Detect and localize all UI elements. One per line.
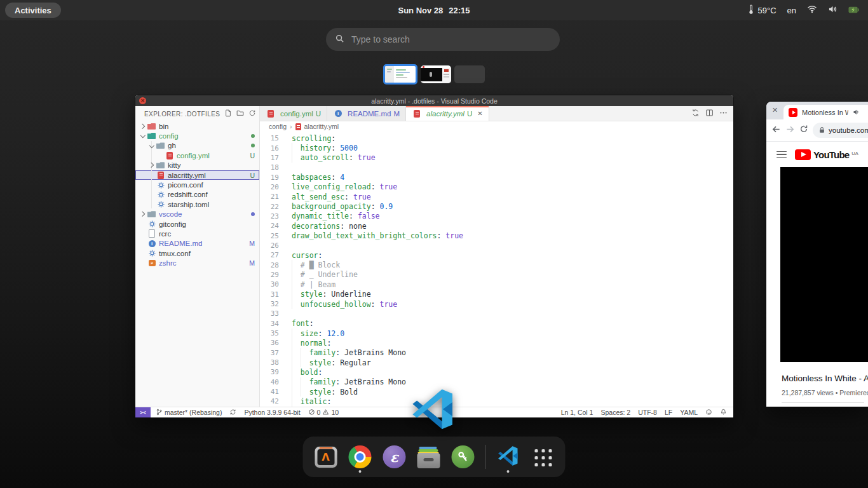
tab-close-icon[interactable]: ✕ <box>772 106 778 114</box>
video-player[interactable] <box>780 167 868 362</box>
dock-item-emacs[interactable]: ε <box>381 439 408 475</box>
open-changes-icon[interactable] <box>691 108 700 119</box>
refresh-icon[interactable] <box>248 108 256 119</box>
back-icon[interactable] <box>771 125 781 137</box>
code-text: auto_scroll: true <box>287 153 376 163</box>
new-folder-icon[interactable] <box>236 108 244 119</box>
tree-item-config.yml[interactable]: config.ymlU <box>135 151 259 160</box>
tree-item-picom.conf[interactable]: picom.conf <box>135 180 259 189</box>
remote-indicator[interactable]: >< <box>135 407 151 417</box>
tree-item-tmux.conf[interactable]: tmux.conf <box>135 248 259 258</box>
volume-icon[interactable] <box>828 5 837 15</box>
feedback-icon[interactable] <box>705 409 712 417</box>
youtube-logo[interactable]: YouTube UA <box>795 149 858 160</box>
workspace-thumbnail-vscode[interactable] <box>383 64 417 85</box>
window-close-button[interactable]: ✕ <box>139 97 146 104</box>
token: : <box>371 300 380 309</box>
line-number: 33 <box>260 309 279 318</box>
vscode-app-icon-overlay[interactable] <box>412 388 455 431</box>
language-mode[interactable]: YAML <box>680 409 698 416</box>
activities-button[interactable]: Activities <box>5 3 61 18</box>
breadcrumb-file[interactable]: alacritty.yml <box>304 123 339 130</box>
clock-time: 22:15 <box>449 6 470 15</box>
encoding[interactable]: UTF-8 <box>638 409 657 416</box>
chrome-active-tab[interactable]: Motionless In White - <box>783 105 868 119</box>
tree-item-label: config <box>159 132 179 140</box>
code-text: draw_bold_text_with_bright_colors: true <box>287 231 463 240</box>
forward-icon[interactable] <box>785 125 795 137</box>
split-editor-icon[interactable] <box>705 108 714 119</box>
cursor-position[interactable]: Ln 1, Col 1 <box>561 409 593 416</box>
dock-item-passwords[interactable] <box>450 439 477 475</box>
tab-close-icon[interactable]: ✕ <box>477 110 482 117</box>
token: family <box>309 348 336 357</box>
overview-search[interactable] <box>326 28 560 51</box>
line-number: 15 <box>260 134 279 142</box>
clock[interactable]: Sun Nov 28 22:15 <box>398 0 470 20</box>
tree-item-README.md[interactable]: iREADME.mdM <box>135 239 259 248</box>
vscode-titlebar[interactable]: ✕ alacritty.yml - .dotfiles - Visual Stu… <box>135 95 733 106</box>
tree-item-gh[interactable]: gh <box>135 141 259 151</box>
keyboard-layout[interactable]: en <box>787 6 796 15</box>
dock-item-vscode[interactable] <box>495 439 522 475</box>
hamburger-menu-icon[interactable] <box>776 151 787 158</box>
breadcrumb[interactable]: config › alacritty.yml <box>260 121 733 132</box>
system-tray[interactable]: 59°C en <box>748 0 859 20</box>
python-interpreter[interactable]: Python 3.9.9 64-bit <box>244 409 300 416</box>
line-number: 25 <box>260 232 279 240</box>
tree-item-starship.toml[interactable]: starship.toml <box>135 200 259 209</box>
tab-alacritty.yml[interactable]: alacritty.ymlU✕ <box>406 106 489 121</box>
git-badge <box>251 144 255 147</box>
token: : <box>349 212 358 220</box>
tree-item-bin[interactable]: bin <box>135 121 259 131</box>
tree-item-kitty[interactable]: kitty <box>135 161 259 170</box>
dock-item-app-grid[interactable] <box>529 439 556 475</box>
notifications-bell-icon[interactable] <box>720 409 727 417</box>
token: # █ Block <box>301 261 340 269</box>
code-line: 16history: 5000 <box>260 143 733 152</box>
indent-guide <box>292 387 309 396</box>
token: Bold <box>340 388 358 396</box>
new-file-icon[interactable] <box>224 108 232 119</box>
tree-item-redshift.conf[interactable]: redshift.conf <box>135 190 259 200</box>
git-branch-status[interactable]: master* (Rebasing) <box>156 409 222 417</box>
token: none <box>349 222 367 231</box>
tree-item-label: picom.conf <box>168 181 203 189</box>
token: Underline <box>331 290 370 299</box>
wifi-icon[interactable] <box>807 5 817 15</box>
tab-config.yml[interactable]: config.ymlU <box>260 106 327 121</box>
tree-item-zshrc[interactable]: >zshrcM <box>135 258 259 268</box>
dock-item-alacritty[interactable]: Λ <box>313 439 339 475</box>
tab-README.md[interactable]: iREADME.mdM <box>327 106 406 121</box>
url-text: youtube.com/wa <box>829 126 868 134</box>
tree-item-vscode[interactable]: vscode <box>135 210 259 219</box>
more-actions-icon[interactable] <box>719 108 728 119</box>
file-tree: binconfigghconfig.ymlUkittyalacritty.yml… <box>135 121 259 407</box>
workspace-thumbnail-empty[interactable] <box>454 65 485 83</box>
tree-item-rcrc[interactable]: rcrc <box>135 229 259 238</box>
tree-item-config[interactable]: config <box>135 131 259 140</box>
dock-item-chrome[interactable] <box>347 439 374 475</box>
breadcrumb-folder[interactable]: config <box>269 123 287 130</box>
eol-type[interactable]: LF <box>665 409 672 416</box>
sync-status[interactable] <box>229 409 236 417</box>
vscode-window[interactable]: ✕ alacritty.yml - .dotfiles - Visual Stu… <box>135 95 733 417</box>
battery-charging-icon[interactable] <box>848 6 859 15</box>
token: : <box>340 222 349 231</box>
code-line: 17auto_scroll: true <box>260 153 733 163</box>
search-input[interactable] <box>350 34 512 45</box>
tab-audio-icon[interactable] <box>853 107 860 118</box>
address-bar[interactable]: youtube.com/wa <box>813 123 868 138</box>
reload-icon[interactable] <box>799 125 808 136</box>
workspace-thumbnail-youtube[interactable] <box>421 65 451 83</box>
token: : <box>344 193 353 201</box>
indentation[interactable]: Spaces: 2 <box>600 409 630 416</box>
dock-item-archive-manager[interactable] <box>416 439 442 475</box>
tree-item-gitconfig[interactable]: gitconfig <box>135 219 259 229</box>
problems-status[interactable]: 0 10 <box>308 409 339 417</box>
chrome-window[interactable]: ✕ Motionless In White - youtube.com/wa Y… <box>766 102 868 407</box>
folder-red-icon <box>147 122 157 131</box>
code-text: # █ Block <box>287 260 340 269</box>
code-editor[interactable]: 15scrolling:16history: 500017auto_scroll… <box>260 132 733 407</box>
tree-item-alacritty.yml[interactable]: alacritty.ymlU <box>135 170 259 180</box>
